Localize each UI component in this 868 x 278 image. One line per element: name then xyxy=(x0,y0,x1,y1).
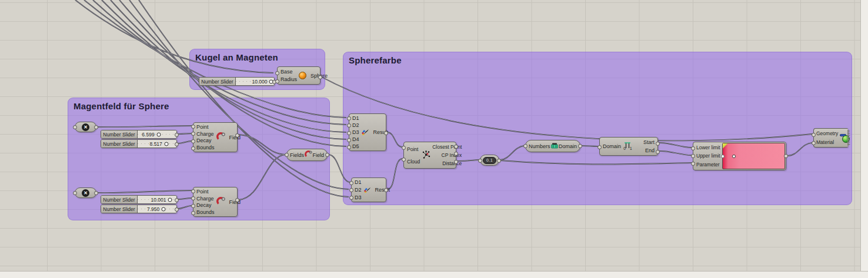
x-icon xyxy=(82,123,89,131)
port-in-d4[interactable] xyxy=(347,138,351,142)
port-out-slider[interactable] xyxy=(175,133,179,137)
port-in-charge[interactable] xyxy=(191,132,195,136)
port-in-d1[interactable] xyxy=(347,116,351,120)
wire[interactable] xyxy=(322,77,812,140)
field-component-1[interactable]: Point Charge Decay Bounds Field xyxy=(193,122,238,152)
slider-track[interactable]: 8.517 xyxy=(138,140,176,148)
port-in-charge[interactable] xyxy=(191,196,195,200)
number-slider-decay-2[interactable]: Number Slider 7.950 xyxy=(101,205,177,213)
port-in-d5[interactable] xyxy=(347,145,351,149)
number-slider-charge-1[interactable]: Number Slider 6.599 xyxy=(101,130,177,139)
gradient-grip-ring[interactable] xyxy=(732,155,736,158)
gradient-flag-icon[interactable] xyxy=(723,143,728,149)
port-out-slider[interactable] xyxy=(175,142,179,146)
magnet-icon xyxy=(216,132,225,142)
port-in-geometry[interactable] xyxy=(812,133,816,137)
input-label-d2: D2 xyxy=(355,187,362,193)
slider-track[interactable]: 10.000 xyxy=(236,78,274,85)
gradient-component[interactable]: Lower limit Upper limit Parameter xyxy=(693,142,786,170)
port-out-param[interactable] xyxy=(94,191,98,195)
number-slider-radius[interactable]: Number Slider 10.000 xyxy=(199,77,275,86)
port-out-start[interactable] xyxy=(656,142,660,146)
merge-result-component-1[interactable]: D1 D2 D3 D4 D5 Result xyxy=(349,113,386,151)
port-out-param[interactable] xyxy=(94,125,98,129)
point-parameter-2[interactable] xyxy=(75,187,96,198)
port-out-number[interactable] xyxy=(497,159,501,163)
slider-knob[interactable] xyxy=(162,207,166,211)
port-in-bounds[interactable] xyxy=(191,211,195,215)
port-out-closest-point[interactable] xyxy=(454,145,458,149)
number-slider-charge-2[interactable]: Number Slider 10.001 xyxy=(101,195,177,204)
port-out-end[interactable] xyxy=(656,150,660,154)
input-label-base: Base xyxy=(281,69,297,75)
port-in-domain[interactable] xyxy=(597,145,602,149)
port-in-d1[interactable] xyxy=(349,181,353,185)
port-in-point[interactable] xyxy=(191,189,195,193)
port-in-d3[interactable] xyxy=(347,131,351,135)
port-in-point[interactable] xyxy=(402,146,406,150)
slider-knob[interactable] xyxy=(164,142,168,146)
port-in-parameter[interactable] xyxy=(691,162,695,166)
wire xyxy=(787,143,812,156)
port-in-decay[interactable] xyxy=(191,139,195,143)
port-in-numbers[interactable] xyxy=(523,144,528,148)
port-in-d3[interactable] xyxy=(349,196,353,200)
port-out-field[interactable] xyxy=(235,198,239,202)
port-in-fields[interactable] xyxy=(285,153,289,157)
slider-knob[interactable] xyxy=(156,132,161,136)
slider-track[interactable]: 10.001 xyxy=(138,196,176,203)
port-in-cloud[interactable] xyxy=(402,158,406,162)
input-label-parameter: Parameter xyxy=(696,162,720,168)
grasshopper-canvas[interactable]: Kugel an Magneten Magentfeld für Sphere … xyxy=(0,0,868,278)
port-out-colour[interactable] xyxy=(784,154,788,158)
port-out-result[interactable] xyxy=(384,188,388,192)
wire[interactable] xyxy=(139,0,349,197)
port-out-domain[interactable] xyxy=(578,144,582,148)
port-in-radius[interactable] xyxy=(275,79,279,83)
port-in-point[interactable] xyxy=(191,125,195,129)
number-slider-decay-1[interactable]: Number Slider 8.517 xyxy=(101,139,177,148)
wire[interactable] xyxy=(239,135,285,155)
custom-preview-component[interactable]: Geometry Material xyxy=(813,128,848,148)
port-in-upper-limit[interactable] xyxy=(691,154,695,158)
merge-fields-component[interactable]: Fields Field xyxy=(286,149,328,161)
wire[interactable] xyxy=(239,155,285,200)
port-out-slider[interactable] xyxy=(175,207,179,212)
sphere-component[interactable]: Base Radius Sphere xyxy=(277,66,321,85)
slider-track[interactable]: 7.950 xyxy=(138,205,176,213)
closest-point-component[interactable]: Point Cloud Closest Point CP Index Dista… xyxy=(403,142,456,169)
slider-track[interactable]: 6.599 xyxy=(138,130,176,138)
slider-knob[interactable] xyxy=(168,197,172,202)
magnet-icon xyxy=(305,150,312,159)
port-in-param[interactable] xyxy=(73,125,77,129)
port-out-field[interactable] xyxy=(325,153,329,157)
port-in-lower-limit[interactable] xyxy=(691,146,695,150)
port-in-d2[interactable] xyxy=(349,188,353,192)
slider-value: 10.001 xyxy=(150,197,166,203)
port-in-decay[interactable] xyxy=(191,204,195,208)
port-in-base[interactable] xyxy=(275,71,279,75)
port-in-param[interactable] xyxy=(73,191,77,195)
input-label-geometry: Geometry xyxy=(816,130,838,136)
port-out-slider[interactable] xyxy=(175,198,179,202)
field-component-2[interactable]: Point Charge Decay Bounds Field xyxy=(193,187,238,217)
deconstruct-domain-component[interactable]: Domain 01 Start End xyxy=(599,137,658,156)
port-in-material[interactable] xyxy=(812,141,816,145)
port-out-sphere[interactable] xyxy=(318,75,322,79)
merge-result-component-2[interactable]: D1 D2 D3 Result xyxy=(351,177,386,202)
port-out-distance[interactable] xyxy=(454,160,458,164)
wire[interactable] xyxy=(84,0,346,118)
gradient-editor[interactable] xyxy=(722,143,785,169)
create-domain-component[interactable]: Numbers Domain xyxy=(525,140,580,152)
port-out-field[interactable] xyxy=(235,133,239,138)
point-parameter-1[interactable] xyxy=(75,122,96,132)
port-in-bounds[interactable] xyxy=(191,146,195,150)
gradient-grip[interactable] xyxy=(721,155,725,158)
port-out-cp-index[interactable] xyxy=(454,152,458,156)
merge-icon xyxy=(361,128,369,137)
port-in-number[interactable] xyxy=(478,159,482,163)
port-out-result[interactable] xyxy=(384,131,388,135)
input-label-d5: D5 xyxy=(352,143,359,149)
port-in-d2[interactable] xyxy=(347,123,351,128)
number-parameter[interactable]: 0.1 xyxy=(480,155,499,166)
